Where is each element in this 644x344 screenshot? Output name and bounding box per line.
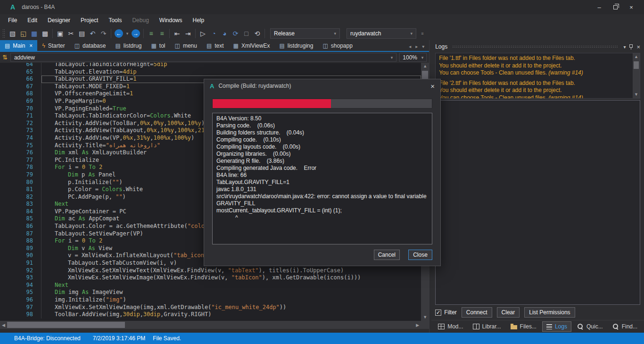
code-line[interactable]: 94Next — [0, 282, 421, 289]
indent-increase-icon[interactable]: ⇥ — [182, 28, 193, 39]
panel-tab-find[interactable]: Find... — [609, 322, 641, 331]
minimize-icon[interactable]: – — [591, 1, 607, 13]
tab-tol[interactable]: ▦tol — [147, 40, 170, 51]
tab-listdruging[interactable]: ▤listdruging — [274, 40, 318, 51]
uncomment-icon[interactable]: ≡ — [157, 28, 167, 39]
tab-database[interactable]: ◫database — [70, 40, 111, 51]
clean-project-icon[interactable]: ⟲ — [252, 28, 263, 39]
code-token: "" — [116, 193, 122, 200]
code-line[interactable]: 92XmlViewEx.SetXmlViewText(XmlViewEx.Fin… — [0, 267, 421, 275]
scroll-left-icon[interactable]: ◂ — [409, 44, 411, 49]
build-module-dropdown[interactable]: ruydarwatch▾ — [347, 28, 416, 39]
new-project-icon[interactable]: ▧ — [7, 28, 18, 39]
tab-menu[interactable]: ◫menu — [170, 40, 202, 51]
comment-icon[interactable]: ≡ — [146, 28, 157, 39]
tab-text[interactable]: ▤text — [202, 40, 229, 51]
windows-icon: ◫ — [74, 42, 80, 49]
connect-bridge-icon[interactable]: ◔ — [208, 28, 219, 39]
cancel-button[interactable]: Cancel — [374, 250, 400, 260]
menu-designer[interactable]: Designer — [42, 14, 75, 26]
tab-xmlviewex[interactable]: ▦XmlViewEx — [229, 40, 275, 51]
zoom-dropdown[interactable]: 100% ▾ — [399, 53, 427, 62]
restore-icon[interactable] — [607, 1, 623, 13]
tab-main[interactable]: ▤Main× — [0, 40, 37, 51]
redo-icon[interactable]: ↷ — [98, 28, 109, 39]
menu-project[interactable]: Project — [75, 14, 103, 26]
menu-file[interactable]: File — [3, 14, 22, 26]
scroll-down-icon[interactable]: ▼ — [423, 314, 427, 321]
code-token: XmlViewEx.SetXmlViewText(XmlViewEx.FindV… — [68, 267, 228, 274]
scroll-up-icon[interactable]: ▲ — [634, 53, 638, 60]
tab-list-icon[interactable]: ▾ — [422, 44, 424, 49]
panel-tab-mod[interactable]: Mod... — [434, 322, 467, 331]
reconnect-icon[interactable]: ⟳ — [230, 28, 241, 39]
package-icon[interactable]: ▩ — [40, 28, 50, 39]
close-button[interactable]: Close — [408, 250, 432, 260]
logs-scroll-thumb[interactable] — [634, 61, 639, 69]
line-number: 97 — [0, 304, 41, 311]
code-token: 0%y — [154, 120, 164, 126]
list-permissions-button[interactable]: List Permissions — [524, 307, 575, 318]
code-token: TabLayout.TabIndicatorHeight= — [55, 63, 154, 67]
filter-checkbox-group[interactable]: ✓ Filter — [435, 309, 457, 316]
code-line[interactable]: 64TabLayout.TabIndicatorHeight=5dip — [0, 63, 421, 68]
logs-scrollbar[interactable]: ▲ ▼ — [633, 53, 640, 98]
code-token: , — [171, 134, 174, 141]
stop-icon[interactable]: □ — [241, 28, 252, 39]
toolbar-customize-icon[interactable]: ≡ — [420, 28, 425, 39]
toolbar-grip[interactable] — [2, 29, 6, 38]
connect-button[interactable]: Connect — [462, 307, 492, 318]
scroll-right-icon[interactable]: ▸ — [415, 44, 418, 49]
logs-panel-title: Logs — [435, 43, 447, 50]
scroll-down-icon[interactable]: ▼ — [634, 91, 638, 98]
panel-tab-quic[interactable]: Quic... — [573, 322, 607, 331]
editor-horizontal-scrollbar[interactable]: ◀ ▶ — [0, 321, 429, 329]
scroll-left-icon[interactable]: ◀ — [0, 323, 7, 327]
panel-tab-librar[interactable]: Librar... — [469, 322, 505, 331]
horizontal-scroll-thumb[interactable] — [7, 322, 125, 328]
build-config-dropdown[interactable]: Release▾ — [270, 28, 340, 39]
code-line[interactable]: 93XmlViewEx.SetXmlViewImage(XmlViewEx.Fi… — [0, 274, 421, 282]
code-line[interactable]: 95Dim img As ImageView — [0, 289, 421, 296]
sub-selector-dropdown[interactable]: addview ▾ — [10, 53, 396, 62]
code-line[interactable]: 98ToolBar.AddView(img,30dip,30dip,Gravit… — [0, 311, 421, 319]
paste-icon[interactable]: ▤ — [76, 28, 87, 39]
tab-close-icon[interactable]: × — [29, 42, 33, 49]
connect-device-icon[interactable]: ◕ — [219, 28, 230, 39]
code-token: "tab_icon" — [173, 252, 207, 259]
panel-tab-logs[interactable]: Logs — [542, 321, 571, 332]
copy-icon[interactable]: ▣ — [55, 28, 66, 39]
dialog-close-icon[interactable]: × — [430, 82, 435, 90]
forward-icon[interactable]: → — [132, 29, 140, 38]
scroll-up-icon[interactable]: ▲ — [423, 63, 427, 70]
pin-icon[interactable] — [629, 44, 633, 50]
filter-checkbox[interactable]: ✓ — [435, 310, 441, 316]
menu-tools[interactable]: Tools — [103, 14, 127, 26]
tab-starter[interactable]: ϟStarter — [37, 40, 69, 51]
panel-menu-chevron-icon[interactable]: ▾ — [623, 44, 626, 50]
code-token: Dim — [68, 245, 78, 252]
menu-windows[interactable]: Windows — [154, 14, 188, 26]
tab-shopapp[interactable]: ◫shopapp — [318, 40, 357, 51]
run-icon[interactable]: ▷ — [198, 28, 208, 39]
open-project-icon[interactable]: ◱ — [18, 28, 29, 39]
code-line[interactable]: 97XmlViewEx.SetXmlViewImage(img,xml.GetD… — [0, 304, 421, 311]
compile-dialog-titlebar[interactable]: A Compile (Build: ruydarwatch) × — [204, 79, 440, 92]
panel-close-icon[interactable]: × — [636, 43, 640, 50]
menu-edit[interactable]: Edit — [22, 14, 42, 26]
cut-icon[interactable]: ✂ — [66, 28, 76, 39]
tab-listdrug[interactable]: ▤listdrug — [110, 40, 146, 51]
clear-button[interactable]: Clear — [497, 307, 520, 318]
code-line[interactable]: 65TabLayout.Elevation=4dip — [0, 68, 421, 76]
save-all-icon[interactable]: ▦ — [29, 28, 40, 39]
back-history-dropdown-icon[interactable]: ▾ — [124, 28, 130, 39]
close-icon[interactable]: × — [623, 1, 639, 13]
scroll-right-icon[interactable]: ▶ — [414, 323, 421, 327]
undo-icon[interactable]: ↶ — [87, 28, 98, 39]
code-token: PC.Initialize — [55, 157, 99, 163]
indent-decrease-icon[interactable]: ⇤ — [172, 28, 182, 39]
code-line[interactable]: 96img.Initialize("img") — [0, 296, 421, 304]
menu-help[interactable]: Help — [188, 14, 210, 26]
panel-tab-files[interactable]: Files... — [507, 322, 540, 331]
back-icon[interactable]: ← — [115, 29, 123, 38]
